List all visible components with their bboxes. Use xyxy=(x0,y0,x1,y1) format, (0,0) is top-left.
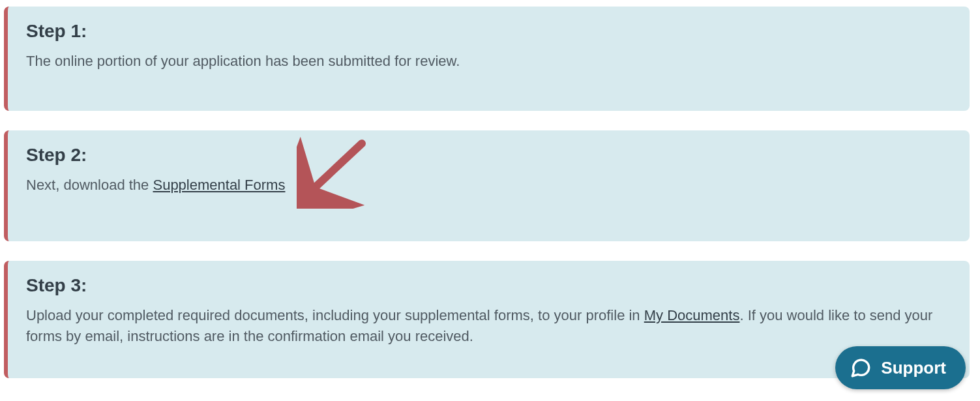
step-3-text-before: Upload your completed required documents… xyxy=(26,307,644,323)
support-label: Support xyxy=(881,358,946,378)
step-1-text: The online portion of your application h… xyxy=(26,53,460,69)
step-3-body: Upload your completed required documents… xyxy=(26,305,951,347)
step-2-title: Step 2: xyxy=(26,145,951,166)
step-1-body: The online portion of your application h… xyxy=(26,51,951,72)
step-2-body: Next, download the Supplemental Forms xyxy=(26,175,951,196)
supplemental-forms-link[interactable]: Supplemental Forms xyxy=(153,177,285,193)
step-card-1: Step 1: The online portion of your appli… xyxy=(4,7,970,111)
step-2-text-before: Next, download the xyxy=(26,177,153,193)
step-card-2: Step 2: Next, download the Supplemental … xyxy=(4,130,970,241)
support-button[interactable]: Support xyxy=(835,346,966,389)
chat-icon xyxy=(850,357,872,379)
step-3-title: Step 3: xyxy=(26,275,951,296)
my-documents-link[interactable]: My Documents xyxy=(644,307,740,323)
steps-container: Step 1: The online portion of your appli… xyxy=(0,0,980,378)
step-1-title: Step 1: xyxy=(26,21,951,42)
step-card-3: Step 3: Upload your completed required d… xyxy=(4,261,970,378)
